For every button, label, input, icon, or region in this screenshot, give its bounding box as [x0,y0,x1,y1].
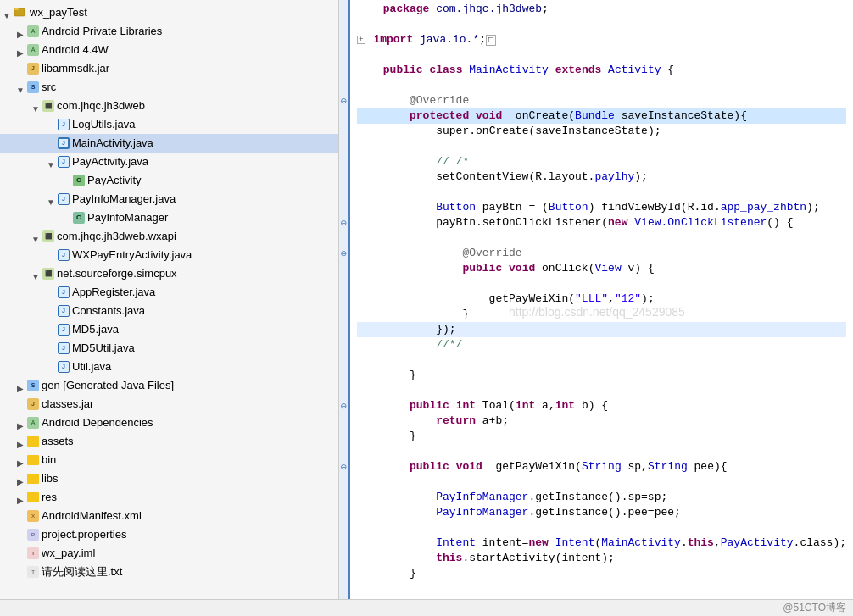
fold-open-15[interactable]: ⊖ [339,215,348,230]
wx-pay-iml-label: wx_pay.iml [42,545,95,562]
code-text-15: payBtn.setOnClickListener(new View.OnCli… [357,215,794,230]
code-line-34: PayInfoManager.getInstance().pee=pee; [357,505,846,520]
code-line-32 [357,474,846,490]
fold-open-27[interactable]: ⊖ [339,398,348,413]
wxpayentry-label: WXPayEntryActivity.java [72,247,192,264]
project-props-label: project.properties [42,526,126,543]
sidebar-item-androidmanifest[interactable]: X AndroidManifest.xml [0,507,338,525]
code-content[interactable]: package com.jhqc.jh3dweb; + import java.… [350,0,853,599]
sidebar-item-project-props[interactable]: P project.properties [0,525,338,544]
code-text-38: } [357,566,416,581]
sidebar-item-md5util[interactable]: J MD5Util.java [0,339,338,358]
class-icon-pim: C [73,212,85,224]
java-icon-md5util: J [58,342,70,354]
md5util-label: MD5Util.java [72,340,135,357]
code-text-31: public void getPayWeiXin(String sp,Strin… [357,459,728,474]
code-line-24 [357,352,846,368]
gen-label: gen [Generated Java Files] [42,377,174,394]
fold-open-17[interactable]: ⊖ [339,246,348,261]
sidebar-item-util[interactable]: J Util.java [0,358,338,376]
fold-open-31[interactable]: ⊖ [339,459,348,474]
code-line-16 [357,230,846,246]
libammsdk-label: libammsdk.jar [42,60,109,77]
sidebar-item-readme[interactable]: T 请先阅读这里.txt [0,563,338,581]
payactivity-class-label: PayActivity [87,172,142,189]
sidebar-item-wxpayentry[interactable]: J WXPayEntryActivity.java [0,246,338,264]
deps-arrow: ▶ [15,418,25,428]
sidebar-item-pkg-wxapi[interactable]: ▼ ⬛ com.jhqc.jh3dweb.wxapi [0,227,338,246]
code-text-17: @Override [357,246,522,261]
java-icon-util: J [58,361,70,373]
classes-jar-label: classes.jar [42,396,93,413]
sidebar-item-wx-pay-iml[interactable]: I wx_pay.iml [0,544,338,563]
sidebar-item-mainactivity[interactable]: J MainActivity.java [0,134,338,153]
pkg-simcpux-label: net.sourceforge.simcpux [57,265,177,282]
editor-inner: ⊖ ⊖ ⊖ [339,0,853,599]
pkg-icon-wxapi: ⬛ [42,230,54,242]
code-line-20: getPayWeiXin("LLL","12"); [357,291,846,307]
code-text-8: protected void onCreate(Bundle saveInsta… [357,108,747,124]
jar-icon-2: J [27,398,39,410]
android-icon-2: A [27,44,39,56]
sidebar-item-res[interactable]: ▶ res [0,488,338,507]
code-text-21: } [357,307,470,322]
code-line-26 [357,383,846,398]
libs-arrow: ▶ [15,474,25,484]
prop-icon: P [27,529,39,541]
sidebar-item-bin[interactable]: ▶ bin [0,451,338,469]
android-icon-deps: A [27,417,39,429]
readme-label: 请先阅读这里.txt [42,563,122,580]
import-fold-btn[interactable]: + [357,36,365,44]
androidmanifest-label: AndroidManifest.xml [42,508,142,524]
sidebar-item-logutils[interactable]: J LogUtils.java [0,115,338,134]
libs-label: libs [42,470,59,487]
sidebar-item-md5[interactable]: J MD5.java [0,320,338,339]
pkg-wxapi-label: com.jhqc.jh3dweb.wxapi [57,228,176,245]
android-icon: A [27,25,39,37]
code-line-22: }); [357,322,846,337]
sidebar-item-android-deps[interactable]: ▶ A Android Dependencies [0,413,338,432]
sidebar-item-pkg-simcpux[interactable]: ▼ ⬛ net.sourceforge.simcpux [0,264,338,283]
tree-root[interactable]: ▼ wx_payTest [0,3,338,22]
java-icon-wxpay: J [58,249,70,261]
java-icon-appreg: J [58,286,70,298]
sidebar-item-payactivity-class[interactable]: C PayActivity [0,171,338,190]
sidebar-item-android-44w[interactable]: ▶ A Android 4.4W [0,41,338,59]
res-arrow: ▶ [15,492,25,502]
code-text-22: }); [357,322,456,337]
sidebar-item-classes-jar[interactable]: J classes.jar [0,395,338,413]
sidebar-item-src[interactable]: ▼ S src [0,78,338,97]
pkg-icon-simcpux: ⬛ [42,268,54,280]
code-text-18: public void onClick(View v) { [357,261,655,276]
util-label: Util.java [72,358,111,375]
code-line-21: } [357,307,846,322]
code-line-23: //*/ [357,337,846,352]
sidebar-item-libs[interactable]: ▶ libs [0,469,338,488]
sidebar-item-payactivity-file[interactable]: ▼ J PayActivity.java [0,153,338,171]
expand-arrow: ▼ [2,8,12,18]
sidebar-item-libammsdk[interactable]: J libammsdk.jar [0,59,338,78]
code-editor[interactable]: ⊖ ⊖ ⊖ [339,0,853,599]
sidebar-item-android-private[interactable]: ▶ A Android Private Libraries [0,22,338,41]
sidebar-item-payinfomgr-class[interactable]: C PayInfoManager [0,208,338,227]
sidebar-item-assets[interactable]: ▶ assets [0,432,338,451]
code-text-7: @Override [357,93,470,108]
code-line-7: @Override [357,93,846,108]
sidebar-item-appregister[interactable]: J AppRegister.java [0,283,338,302]
code-line-2 [357,17,846,32]
gen-arrow: ▶ [15,380,25,391]
code-text-29: } [357,429,416,444]
sidebar-item-constants[interactable]: J Constants.java [0,302,338,320]
code-line-12: setContentView(R.layout.paylhy); [357,169,846,185]
sidebar-item-gen[interactable]: ▶ S gen [Generated Java Files] [0,376,338,395]
payactivity-label: PayActivity.java [72,153,148,170]
sidebar-item-pkg-main[interactable]: ▼ ⬛ com.jhqc.jh3dweb [0,97,338,115]
appregister-label: AppRegister.java [72,284,155,301]
fold-open-7[interactable]: ⊖ [339,93,348,108]
code-line-1: package com.jhqc.jh3dweb; [357,2,846,17]
sidebar-item-payinfomgr-file[interactable]: ▼ J PayInfoManager.java [0,190,338,208]
code-line-28: return a+b; [357,413,846,429]
code-text-33: PayInfoManager.getInstance().sp=sp; [357,490,668,505]
mainactivity-label: MainActivity.java [72,135,153,152]
code-line-13 [357,185,846,200]
